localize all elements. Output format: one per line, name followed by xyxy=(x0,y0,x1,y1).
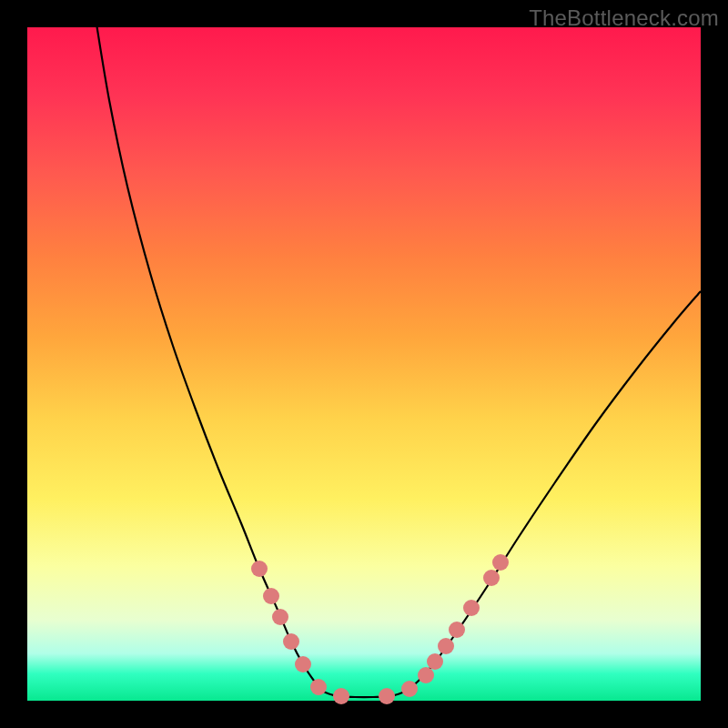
data-marker xyxy=(438,638,454,654)
data-marker xyxy=(483,570,500,586)
data-marker xyxy=(272,609,288,625)
data-marker xyxy=(251,561,268,577)
bottleneck-curve xyxy=(96,18,701,697)
data-marker xyxy=(492,554,509,571)
data-marker xyxy=(418,667,434,683)
data-marker xyxy=(463,600,480,616)
marker-group xyxy=(251,554,509,704)
data-marker xyxy=(310,679,327,695)
chart-overlay xyxy=(27,27,701,701)
data-marker xyxy=(427,653,443,670)
data-marker xyxy=(449,622,465,638)
data-marker xyxy=(263,588,279,604)
data-marker xyxy=(333,688,349,704)
data-marker xyxy=(295,656,311,672)
data-marker xyxy=(379,688,395,704)
data-marker xyxy=(401,681,418,697)
data-marker xyxy=(283,633,299,650)
